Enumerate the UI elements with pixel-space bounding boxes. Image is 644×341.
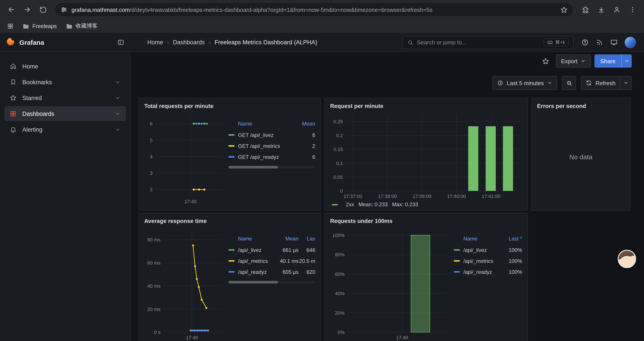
legend-header-mean[interactable]: Mean (295, 121, 315, 127)
bookmark-folder-freeleaps[interactable]: Freeleaps (22, 23, 57, 30)
legend-horizontal-scrollbar[interactable] (228, 281, 315, 283)
reload-button[interactable] (36, 3, 50, 17)
average-response-time-chart[interactable]: 0 s20 ms40 ms60 ms80 ms17:40 (144, 227, 224, 341)
search-placeholder: Search or jump to... (417, 39, 467, 46)
refresh-button[interactable]: Refresh (581, 76, 620, 90)
breadcrumb-home[interactable]: Home (147, 39, 163, 46)
assistant-avatar-widget[interactable] (618, 250, 636, 268)
legend-header-mean[interactable]: Mean (274, 236, 298, 242)
svg-text:0.2: 0.2 (336, 133, 343, 138)
apps-grid-icon[interactable] (7, 23, 14, 30)
requests-under-100ms-chart[interactable]: 0%20%40%60%80%100%17:40 (330, 227, 449, 341)
breadcrumb: Home › Dashboards › Freeleaps Metrics Da… (147, 39, 317, 46)
sidebar-item-home[interactable]: Home (4, 59, 126, 74)
bookmarks-bar: Freeleaps 收藏博客 (0, 19, 644, 33)
home-icon (10, 63, 17, 70)
series-swatch-yellow (454, 260, 460, 261)
url-bar[interactable]: grafana.mathmast.com/d/deytv4rwavabkb/fr… (55, 3, 573, 16)
sidebar-item-alerting[interactable]: Alerting (4, 122, 126, 137)
svg-text:0.15: 0.15 (334, 147, 343, 152)
bookmark-star-icon[interactable] (560, 6, 568, 14)
legend-header-name[interactable]: Name (228, 121, 295, 127)
legend-series-name[interactable]: 2xx (346, 201, 354, 208)
browser-menu-icon[interactable] (626, 3, 640, 17)
browser-actions (578, 3, 640, 17)
legend-table: Name Mean GET /api/_livez 6 GET /api/_me… (228, 121, 315, 205)
news-icon[interactable] (596, 39, 603, 46)
legend-header-last[interactable]: Last * (499, 236, 522, 242)
svg-text:17:37:00: 17:37:00 (344, 194, 362, 199)
help-icon[interactable] (581, 39, 589, 46)
user-avatar[interactable] (625, 37, 636, 48)
bookmark-icon (10, 79, 17, 86)
panel-errors-per-second: Errors per second No data (531, 98, 630, 211)
chevron-down-icon (547, 80, 552, 86)
forward-button[interactable] (20, 3, 34, 17)
svg-text:20%: 20% (335, 310, 344, 316)
grafana-header: Grafana Home › Dashboards › Freeleaps Me… (0, 33, 644, 52)
grafana-brand-area: Grafana (0, 37, 131, 48)
search-shortcut-badge: ⌘+k (544, 38, 568, 47)
legend-horizontal-scrollbar[interactable] (228, 166, 315, 169)
monitor-icon[interactable] (610, 39, 618, 46)
sidebar-item-bookmarks[interactable]: Bookmarks (4, 75, 126, 90)
back-button[interactable] (4, 3, 18, 17)
panel-title[interactable]: Requests under 100ms (330, 217, 522, 227)
panel-title[interactable]: Request per minute (330, 102, 522, 112)
keyboard-icon (547, 40, 553, 45)
star-icon (10, 94, 17, 101)
panel-title[interactable]: Average response time (144, 217, 315, 227)
chevron-down-icon[interactable] (115, 127, 120, 132)
extensions-icon[interactable] (578, 3, 592, 17)
profile-icon[interactable] (610, 3, 624, 17)
screen: grafana.mathmast.com/d/deytv4rwavabkb/fr… (0, 0, 644, 341)
site-settings-icon[interactable] (60, 6, 68, 13)
legend-row: /api/_readyz 605 µs 620 (228, 266, 315, 277)
panel-title[interactable]: Errors per second (537, 102, 625, 112)
chevron-down-icon[interactable] (115, 111, 120, 117)
time-range-picker[interactable]: Last 5 minutes (492, 76, 558, 90)
zoom-out-button[interactable] (562, 76, 576, 90)
mega-menu-toggle-icon[interactable] (117, 39, 124, 46)
legend-row: GET /api/_readyz 6 (228, 151, 315, 162)
downloads-icon[interactable] (594, 3, 608, 17)
chevron-down-icon[interactable] (115, 95, 120, 101)
legend-header-name[interactable]: Name (454, 236, 499, 242)
legend-max: Max: 0.233 (392, 201, 418, 208)
scrollbar-thumb[interactable] (228, 166, 278, 169)
sidebar-item-dashboards[interactable]: Dashboards (4, 106, 126, 121)
breadcrumb-dashboards[interactable]: Dashboards (173, 39, 205, 46)
svg-text:0.05: 0.05 (334, 174, 343, 180)
bookmark-folder-blog[interactable]: 收藏博客 (66, 22, 98, 30)
zoom-out-icon (566, 80, 572, 86)
total-requests-chart[interactable]: 2345617:40 (144, 112, 224, 205)
svg-text:17:40: 17:40 (186, 335, 198, 340)
svg-text:60%: 60% (335, 271, 344, 277)
panel-title[interactable]: Total requests per minute (144, 102, 315, 112)
sidebar-item-starred[interactable]: Starred (4, 90, 126, 105)
refresh-interval-caret[interactable] (620, 76, 632, 90)
panel-requests-under-100ms: Requests under 100ms 0%20%40%60%80%100%1… (324, 213, 528, 341)
favorite-star-button[interactable] (539, 55, 552, 68)
search-icon (407, 39, 414, 46)
series-swatch-green (228, 249, 234, 251)
scrollbar-thumb[interactable] (228, 281, 278, 283)
share-menu-caret[interactable] (621, 55, 632, 68)
svg-text:0.1: 0.1 (336, 161, 343, 166)
nav-sidebar: Home Bookmarks Starred Dashboards Alerti… (0, 52, 131, 341)
series-swatch-yellow (228, 260, 234, 261)
legend-header-last[interactable]: Las (298, 236, 315, 242)
svg-text:40%: 40% (335, 291, 344, 296)
chevron-down-icon[interactable] (115, 79, 120, 85)
legend-header-name[interactable]: Name (228, 236, 274, 242)
browser-toolbar: grafana.mathmast.com/d/deytv4rwavabkb/fr… (0, 0, 644, 19)
series-swatch-blue (228, 156, 234, 158)
svg-text:80%: 80% (335, 252, 344, 257)
share-button[interactable]: Share (595, 55, 632, 68)
export-button[interactable]: Export (556, 55, 591, 68)
svg-text:40 ms: 40 ms (147, 283, 160, 289)
chevron-down-icon (623, 80, 628, 86)
grafana-logo[interactable] (6, 37, 15, 48)
request-per-minute-chart[interactable]: 00.050.10.150.20.2517:37:0017:38:0017:39… (330, 112, 523, 200)
search-input[interactable]: Search or jump to... ⌘+k (402, 36, 574, 49)
